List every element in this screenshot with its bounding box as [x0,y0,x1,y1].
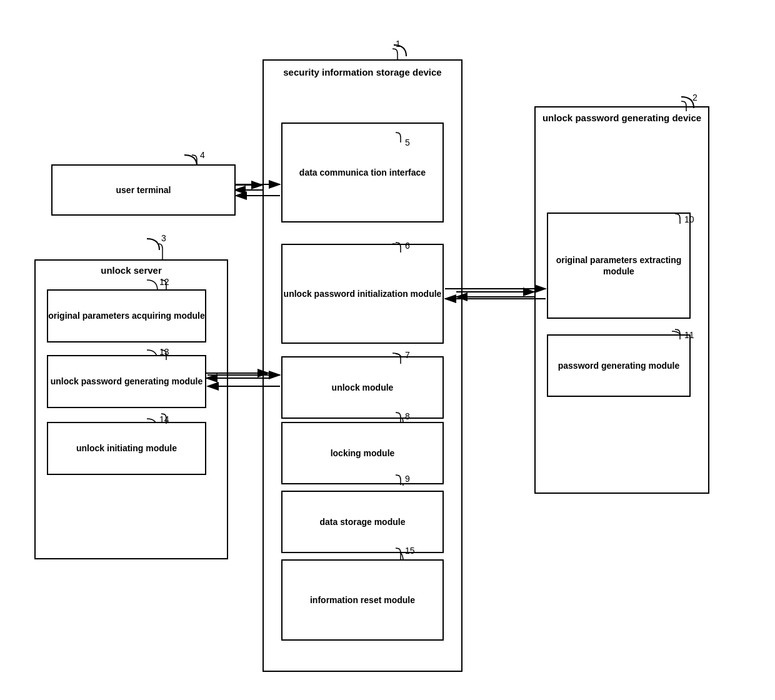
unlock-pwd-generating-server-box: unlock password generating module [47,355,206,408]
original-params-acquiring-box: original parameters acquiring module [47,289,206,342]
label-4: 4 [200,150,205,160]
label-9: 9 [405,474,410,484]
user-terminal-box: user terminal [51,164,236,216]
original-params-extracting-box: original parameters extracting module [547,212,691,319]
label-6: 6 [405,241,410,251]
unlock-server-label: unlock server [34,264,228,277]
unlock-pwd-device-label: unlock password generating device [534,111,709,124]
storage-device-label: security information storage device [262,66,462,79]
data-communication-box: data communica tion interface [281,122,444,222]
unlock-pwd-init-box: unlock password initialization module [281,244,444,344]
label-10: 10 [684,214,694,224]
label-11: 11 [684,330,694,340]
label-5: 5 [405,138,410,148]
unlock-module-box: unlock module [281,356,444,419]
label-3: 3 [161,233,166,243]
label-12: 12 [159,277,169,287]
label-8: 8 [405,411,410,421]
information-reset-box: information reset module [281,559,444,641]
locking-module-box: locking module [281,422,444,484]
unlock-initiating-box: unlock initiating module [47,422,206,475]
label-7: 7 [405,350,410,360]
label-14: 14 [159,414,169,424]
password-generating-box: password generating module [547,334,691,397]
label-15: 15 [405,546,415,556]
label-2: 2 [692,92,698,102]
diagram-container: security information storage device unlo… [0,0,775,700]
data-storage-box: data storage module [281,491,444,553]
label-13: 13 [159,347,169,357]
label-1: 1 [396,39,401,49]
